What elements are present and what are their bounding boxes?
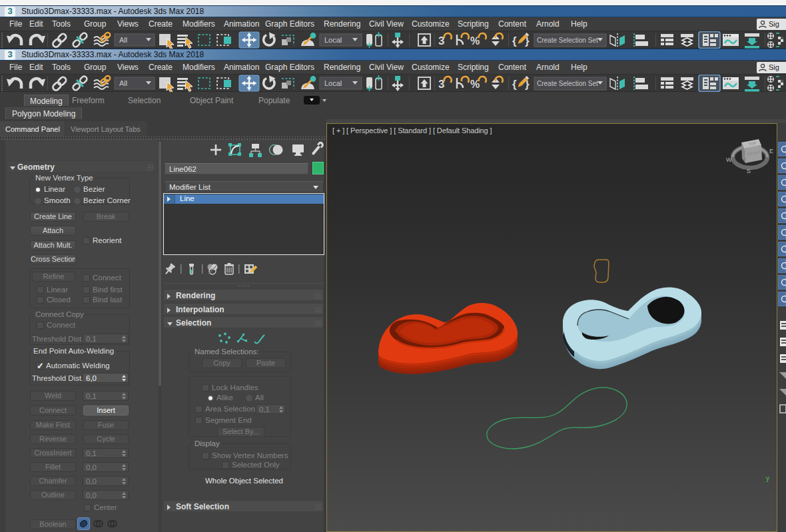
svg-text:{: { [512,35,517,47]
svg-text:{: { [512,78,517,91]
svg-text:W: W [726,156,732,163]
svg-text:All: All [119,79,127,87]
svg-text:Local: Local [324,36,342,44]
svg-text:y: y [766,475,769,482]
svg-text:Local: Local [324,79,342,87]
svg-text:Create Selection Set: Create Selection Set [537,37,598,44]
svg-text:All: All [119,36,127,44]
svg-text:E: E [769,148,773,154]
svg-text:S: S [747,168,751,174]
svg-text:Create Selection Set: Create Selection Set [537,80,598,87]
